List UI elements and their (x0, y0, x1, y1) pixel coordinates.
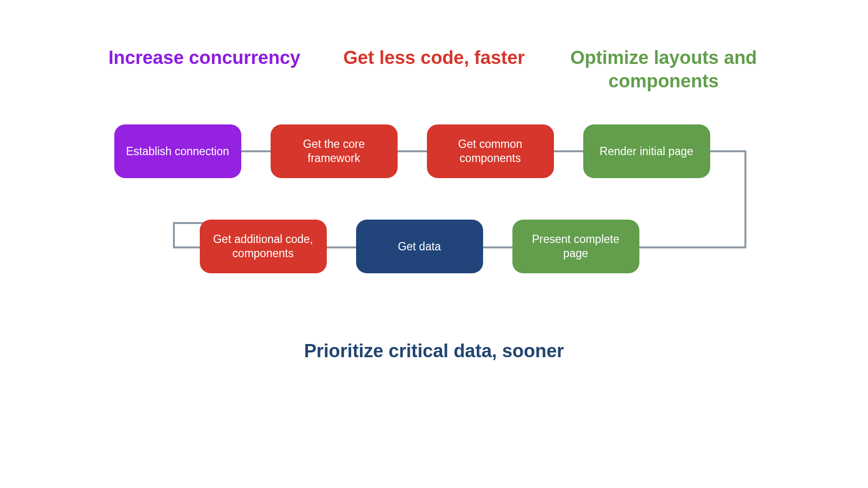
node-get-additional-code: Get additional code, components (200, 220, 327, 273)
node-render-initial-page: Render initial page (583, 124, 710, 178)
node-get-core-framework: Get the core framework (271, 124, 398, 178)
footer-text: Prioritize critical data, sooner (304, 341, 564, 361)
node-get-data: Get data (356, 220, 483, 273)
node-get-common-components: Get common components (427, 124, 554, 178)
header-increase-concurrency: Increase concurrency (97, 46, 312, 93)
connector-n4-right (708, 150, 746, 152)
header-get-less-code: Get less code, faster (327, 46, 542, 93)
header-row: Increase concurrency Get less code, fast… (0, 46, 868, 93)
connector-right-drop (744, 150, 746, 248)
flow-diagram: Establish connection Get the core framew… (114, 124, 754, 300)
footer-prioritize-critical-data: Prioritize critical data, sooner (0, 339, 868, 363)
node-present-complete-page: Present complete page (512, 220, 639, 273)
connector-left-hook-v (173, 222, 175, 248)
node-establish-connection: Establish connection (114, 124, 241, 178)
header-optimize-layouts: Optimize layouts and components (556, 46, 771, 93)
